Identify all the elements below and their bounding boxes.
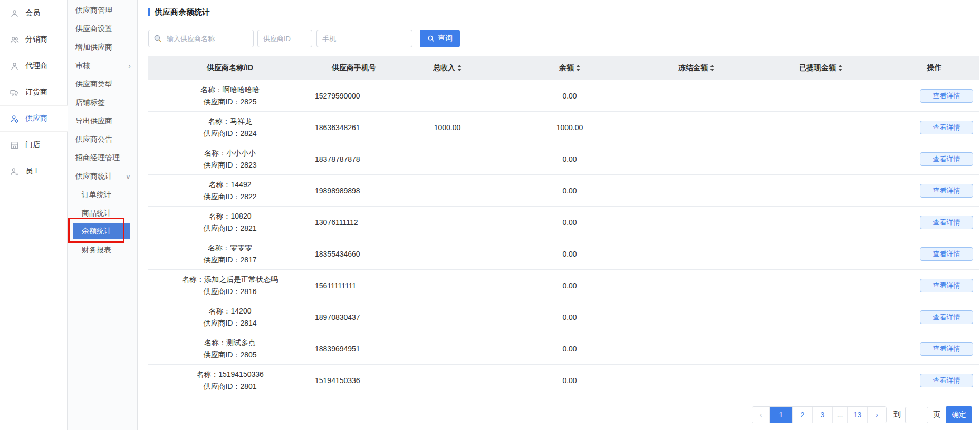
- staff-icon: [9, 167, 20, 177]
- supplier-icon: [9, 114, 20, 124]
- page-button-1[interactable]: 1: [769, 407, 792, 423]
- submenu-item-audit[interactable]: 审核 ›: [68, 56, 137, 75]
- prev-page-icon: ‹: [760, 411, 762, 419]
- sidebar-item-label: 供应商: [25, 114, 47, 123]
- table-row: 名称：10820供应商ID：2821 13076111112 0.00 查看详情: [148, 207, 979, 238]
- supplier-id: 供应商ID：2824: [148, 128, 312, 139]
- page-jump-input[interactable]: [905, 407, 928, 423]
- sort-icon[interactable]: [457, 65, 462, 71]
- confirm-button[interactable]: 确定: [946, 406, 972, 423]
- balance-value: 0.00: [498, 313, 641, 321]
- submenu-item-label: 审核: [75, 61, 90, 71]
- supplier-id: 供应商ID：2816: [148, 286, 312, 297]
- supplier-id: 供应商ID：2825: [148, 96, 312, 107]
- table-row: 名称：小小小小供应商ID：2823 18378787878 0.00 查看详情: [148, 143, 979, 175]
- pagination-bar: ‹ 1 2 3 ... 13 › 到 页 确定: [148, 406, 979, 424]
- submenu-item-financial-report[interactable]: 财务报表: [68, 241, 137, 259]
- page-button-2[interactable]: 2: [792, 407, 812, 423]
- supplier-phone: 15279590000: [312, 92, 396, 100]
- submenu-item-label: 财务报表: [82, 246, 111, 255]
- view-detail-button[interactable]: 查看详情: [920, 184, 973, 198]
- view-detail-button[interactable]: 查看详情: [920, 121, 973, 134]
- total-income-value: 1000.00: [396, 123, 498, 132]
- submenu-item-supplier-management[interactable]: 供应商管理: [68, 1, 137, 19]
- supplier-name: 名称：14200: [148, 306, 312, 316]
- submenu-item-supplier-announcement[interactable]: 供应商公告: [68, 130, 137, 149]
- sidebar-item-label: 会员: [25, 8, 40, 18]
- sort-icon[interactable]: [838, 65, 842, 71]
- next-page-button[interactable]: ›: [867, 407, 886, 423]
- submenu-item-supplier-statistics[interactable]: 供应商统计 ∨: [68, 167, 137, 185]
- table-header-row: 供应商名称/ID 供应商手机号 总收入 余额 冻结金额: [148, 56, 979, 80]
- supplier-name: 名称：啊哈哈哈哈: [148, 84, 312, 95]
- app-window: 会员 分销商 代理商 订货商 供应商: [0, 0, 980, 430]
- balance-value: 1000.00: [498, 123, 641, 132]
- submenu-item-supplier-type[interactable]: 供应商类型: [68, 75, 137, 93]
- sidebar-item-member[interactable]: 会员: [0, 0, 68, 26]
- prev-page-button[interactable]: ‹: [752, 407, 769, 423]
- supplier-name: 名称：零零零: [148, 242, 312, 253]
- view-detail-button[interactable]: 查看详情: [920, 216, 973, 229]
- view-detail-button[interactable]: 查看详情: [920, 342, 973, 356]
- submenu-item-label: 供应商设置: [75, 24, 112, 34]
- submenu-item-label: 商品统计: [82, 209, 111, 218]
- phone-input[interactable]: [316, 30, 412, 47]
- column-header-balance: 余额: [498, 63, 641, 73]
- supplier-phone: 15611111111: [312, 281, 396, 290]
- submenu-item-label: 招商经理管理: [75, 153, 120, 163]
- supplier-name-input[interactable]: [148, 30, 254, 47]
- query-button[interactable]: 查询: [420, 30, 460, 47]
- submenu-item-balance-statistics[interactable]: 余额统计: [68, 222, 137, 241]
- page-unit-label: 页: [933, 410, 940, 419]
- submenu-item-export-supplier[interactable]: 导出供应商: [68, 112, 137, 130]
- submenu-item-merchant-manager[interactable]: 招商经理管理: [68, 149, 137, 167]
- sort-icon[interactable]: [576, 65, 580, 71]
- submenu-item-label: 余额统计: [73, 223, 130, 239]
- chevron-down-icon: ∨: [126, 173, 131, 180]
- search-icon: [153, 34, 162, 43]
- submenu-item-order-statistics[interactable]: 订单统计: [68, 185, 137, 204]
- supplier-id: 供应商ID：2821: [148, 223, 312, 233]
- sidebar-item-label: 订货商: [25, 87, 47, 97]
- view-detail-button[interactable]: 查看详情: [920, 152, 973, 166]
- supplier-id: 供应商ID：2817: [148, 255, 312, 265]
- distributor-icon: [9, 35, 20, 45]
- main-content: 供应商余额统计 查询 供应商名称/ID: [138, 0, 980, 430]
- view-detail-button[interactable]: 查看详情: [920, 247, 973, 261]
- sidebar-item-label: 分销商: [25, 35, 47, 44]
- sidebar-item-agent[interactable]: 代理商: [0, 53, 68, 79]
- submenu-item-product-statistics[interactable]: 商品统计: [68, 204, 137, 222]
- sort-icon[interactable]: [710, 65, 714, 71]
- balance-table: 供应商名称/ID 供应商手机号 总收入 余额 冻结金额: [148, 56, 979, 396]
- supplier-phone: 18355434660: [312, 250, 396, 258]
- submenu-item-label: 供应商类型: [75, 80, 112, 89]
- supplier-name: 名称：马祥龙: [148, 116, 312, 126]
- supplier-phone: 15194150336: [312, 376, 396, 385]
- sidebar-item-store[interactable]: 门店: [0, 132, 68, 158]
- sidebar-item-distributor[interactable]: 分销商: [0, 26, 68, 53]
- submenu-item-add-supplier[interactable]: 增加供应商: [68, 38, 137, 56]
- store-icon: [9, 140, 20, 150]
- sidebar-item-orderer[interactable]: 订货商: [0, 79, 68, 105]
- page-button-13[interactable]: 13: [847, 407, 867, 423]
- column-header-actions: 操作: [890, 63, 979, 73]
- jump-to-label: 到: [893, 410, 901, 419]
- pager-group: ‹ 1 2 3 ... 13 ›: [752, 406, 887, 423]
- view-detail-button[interactable]: 查看详情: [920, 374, 973, 387]
- sidebar-item-supplier[interactable]: 供应商: [0, 105, 68, 132]
- next-page-icon: ›: [876, 411, 878, 419]
- ellipsis-pages: ...: [832, 407, 847, 423]
- view-detail-button[interactable]: 查看详情: [920, 89, 973, 103]
- view-detail-button[interactable]: 查看详情: [920, 310, 973, 324]
- supplier-id: 供应商ID：2822: [148, 191, 312, 202]
- column-header-withdrawn: 已提现金额: [752, 63, 890, 73]
- table-row: 名称：添加之后是正常状态吗供应商ID：2816 15611111111 0.00…: [148, 270, 979, 301]
- sidebar-item-staff[interactable]: 员工: [0, 158, 68, 184]
- supplier-id-input[interactable]: [257, 30, 312, 47]
- submenu-item-shop-tags[interactable]: 店铺标签: [68, 93, 137, 112]
- submenu-item-supplier-settings[interactable]: 供应商设置: [68, 19, 137, 38]
- supplier-id: 供应商ID：2805: [148, 349, 312, 360]
- page-button-3[interactable]: 3: [812, 407, 832, 423]
- view-detail-button[interactable]: 查看详情: [920, 279, 973, 292]
- supplier-name: 名称：10820: [148, 211, 312, 221]
